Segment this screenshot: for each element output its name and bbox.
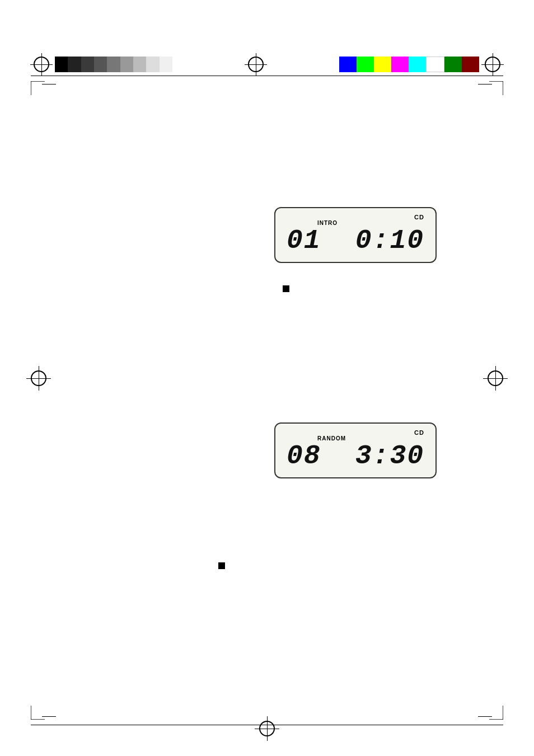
- panel-digits-2: 08 3:30: [287, 443, 424, 469]
- crosshair-left: [31, 370, 46, 386]
- reg-line-br: [478, 716, 492, 717]
- corner-mark-bl: [31, 706, 45, 720]
- bullet-point-2: [218, 562, 225, 569]
- panel-digits-1: 01 0:10: [287, 227, 424, 254]
- color-bar: [339, 57, 479, 72]
- cd-label-1: CD: [287, 214, 424, 220]
- crosshair-right: [488, 370, 503, 386]
- crosshair-bottom-center: [259, 721, 275, 736]
- corner-mark-tl: [31, 81, 45, 95]
- reg-line-bl: [42, 716, 56, 717]
- crosshair-top-center: [248, 57, 264, 72]
- bullet-point-1: [283, 285, 289, 292]
- crosshair-top-left: [34, 57, 49, 72]
- track-number-1: 01: [287, 227, 326, 254]
- track-number-2: 08: [287, 443, 326, 469]
- border-top: [31, 76, 503, 76]
- reg-line-tl: [42, 84, 56, 84]
- cd-label-2: CD: [287, 429, 424, 436]
- display-panel-random: CD RANDOM 08 3:30: [274, 422, 437, 478]
- reg-line-tr: [478, 84, 492, 84]
- crosshair-top-right: [485, 57, 500, 72]
- top-registration-bar: [0, 53, 534, 76]
- time-display-1: 0:10: [355, 227, 424, 254]
- time-display-2: 3:30: [355, 443, 424, 469]
- display-panel-intro: CD INTRO 01 0:10: [274, 207, 437, 263]
- grayscale-bar: [55, 57, 172, 72]
- corner-mark-br: [489, 706, 503, 720]
- corner-mark-tr: [489, 81, 503, 95]
